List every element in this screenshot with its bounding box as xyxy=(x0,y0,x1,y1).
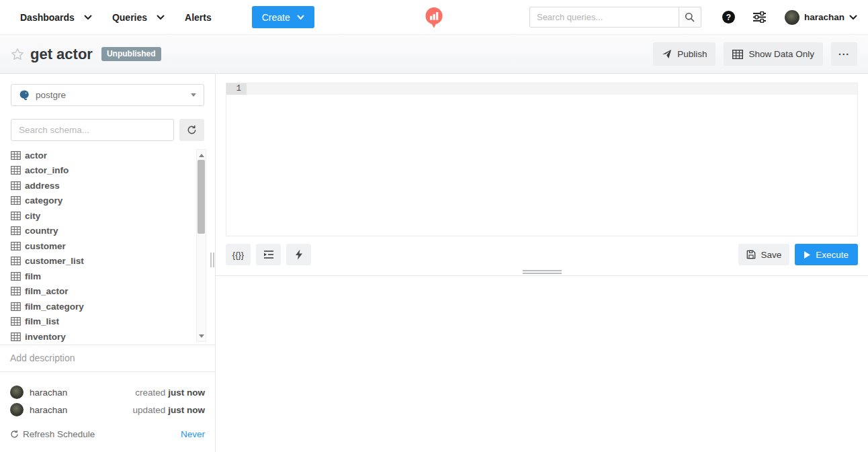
execute-button[interactable]: Execute xyxy=(795,244,858,265)
lightning-bolt-icon xyxy=(295,249,303,260)
table-name: inventory xyxy=(25,332,66,342)
table-name: film_actor xyxy=(25,286,69,296)
help-glyph: ? xyxy=(726,13,731,22)
refresh-schedule-label-group: Refresh Schedule xyxy=(10,429,95,439)
more-actions-button[interactable]: ··· xyxy=(831,42,857,66)
schema-table-item[interactable]: actor xyxy=(11,148,215,163)
execute-label: Execute xyxy=(816,250,849,260)
ellipsis-icon: ··· xyxy=(838,49,850,60)
schema-refresh-button[interactable] xyxy=(179,119,204,141)
schema-table-item[interactable]: customer_list xyxy=(11,254,215,269)
create-button[interactable]: Create xyxy=(252,6,314,28)
add-parameter-button[interactable]: {{}} xyxy=(226,244,251,265)
table-name: category xyxy=(25,195,62,206)
datasource-select[interactable]: postgre xyxy=(11,84,204,106)
created-ago: just now xyxy=(168,388,205,398)
description-section[interactable]: Add description xyxy=(0,345,215,371)
pane-resize-handle[interactable] xyxy=(523,270,562,274)
table-name: actor_info xyxy=(25,165,69,175)
floppy-disk-icon xyxy=(746,250,756,259)
schema-table-item[interactable]: film xyxy=(11,269,215,284)
favorite-star-icon[interactable] xyxy=(11,48,24,61)
refresh-schedule-value-link[interactable]: Never xyxy=(181,429,205,439)
nav-item-dashboards[interactable]: Dashboards xyxy=(20,12,92,23)
save-button[interactable]: Save xyxy=(738,244,789,265)
refresh-icon xyxy=(187,125,197,135)
sql-editor[interactable]: 1 xyxy=(226,83,858,236)
navbar-right: ? harachan xyxy=(529,7,857,28)
editor-line-content[interactable] xyxy=(247,83,857,95)
table-grid-icon xyxy=(11,332,21,341)
schema-table-item[interactable]: actor_info xyxy=(11,163,215,179)
sidebar: postgre actor xyxy=(0,74,216,452)
help-icon[interactable]: ? xyxy=(722,11,735,24)
updated-time: updated just now xyxy=(132,405,205,415)
publish-button[interactable]: Publish xyxy=(653,42,715,66)
table-name: film_list xyxy=(25,316,59,326)
search-button[interactable] xyxy=(679,7,701,28)
schema-table-item[interactable]: address xyxy=(11,178,215,193)
autocomplete-toggle-button[interactable] xyxy=(286,244,311,265)
navbar: Dashboards Queries Alerts Create xyxy=(0,0,868,35)
schema-table-item[interactable]: inventory xyxy=(11,329,215,343)
nav-item-label: Queries xyxy=(112,12,147,23)
schema-table-item[interactable]: film_actor xyxy=(11,284,215,300)
redash-logo[interactable] xyxy=(425,6,443,29)
query-header: get actor Unpublished Publish Show Data … xyxy=(0,35,868,74)
schema-table-item[interactable]: film_list xyxy=(11,314,215,330)
nav-item-label: Dashboards xyxy=(20,12,75,23)
line-number-gutter: 1 xyxy=(226,83,247,95)
user-menu[interactable]: harachan xyxy=(785,10,857,25)
schema-search-row xyxy=(11,119,204,141)
table-name: city xyxy=(25,211,40,221)
editor-active-line: 1 xyxy=(226,83,857,95)
schema-table-item[interactable]: customer xyxy=(11,238,215,254)
avatar xyxy=(785,10,799,25)
query-header-actions: Publish Show Data Only ··· xyxy=(653,42,857,66)
created-meta-row: harachan created just now xyxy=(10,383,205,401)
scrollbar-thumb[interactable] xyxy=(198,160,205,234)
table-grid-icon xyxy=(11,196,21,205)
nav-item-queries[interactable]: Queries xyxy=(112,12,165,23)
table-icon xyxy=(732,50,743,59)
table-name: customer xyxy=(25,241,66,251)
create-button-label: Create xyxy=(262,12,290,23)
sidebar-resize-handle[interactable] xyxy=(210,253,214,267)
schema-table-item[interactable]: category xyxy=(11,193,215,209)
created-time: created just now xyxy=(135,388,205,398)
publish-label: Publish xyxy=(677,49,707,59)
nav-item-label: Alerts xyxy=(185,12,212,23)
table-grid-icon xyxy=(11,272,21,281)
schema-table-item[interactable]: city xyxy=(11,208,215,224)
schema-table-list: actor actor_info address categor xyxy=(0,148,215,343)
refresh-schedule-row: Refresh Schedule Never xyxy=(0,418,215,439)
format-query-button[interactable] xyxy=(256,244,281,265)
table-name: film_category xyxy=(25,302,84,312)
created-action: created xyxy=(135,388,165,398)
schema-scrollbar[interactable] xyxy=(196,149,206,342)
updated-action: updated xyxy=(132,405,165,415)
table-grid-icon xyxy=(11,257,21,265)
chevron-down-icon xyxy=(297,15,304,20)
scroll-up-arrow[interactable] xyxy=(197,151,206,159)
scroll-down-arrow[interactable] xyxy=(197,332,206,340)
schema-search-input[interactable] xyxy=(11,119,174,141)
settings-sliders-icon[interactable] xyxy=(752,11,767,23)
updater-name[interactable]: harachan xyxy=(30,405,67,415)
table-grid-icon xyxy=(11,181,21,190)
table-grid-icon xyxy=(11,317,21,326)
save-label: Save xyxy=(761,250,781,260)
schema-table-item[interactable]: film_category xyxy=(11,299,215,314)
schema-table-item[interactable]: country xyxy=(11,224,215,239)
show-data-only-button[interactable]: Show Data Only xyxy=(724,42,823,66)
table-name: address xyxy=(25,181,60,191)
query-title[interactable]: get actor xyxy=(30,46,93,63)
add-description-placeholder: Add description xyxy=(10,353,75,363)
creator-name[interactable]: harachan xyxy=(30,388,67,398)
table-name: country xyxy=(25,226,58,236)
nav-item-alerts[interactable]: Alerts xyxy=(185,12,212,23)
navbar-left: Dashboards Queries Alerts Create xyxy=(20,6,314,28)
search-queries-input[interactable] xyxy=(529,7,679,28)
table-grid-icon xyxy=(11,226,21,235)
status-badge: Unpublished xyxy=(101,47,161,61)
